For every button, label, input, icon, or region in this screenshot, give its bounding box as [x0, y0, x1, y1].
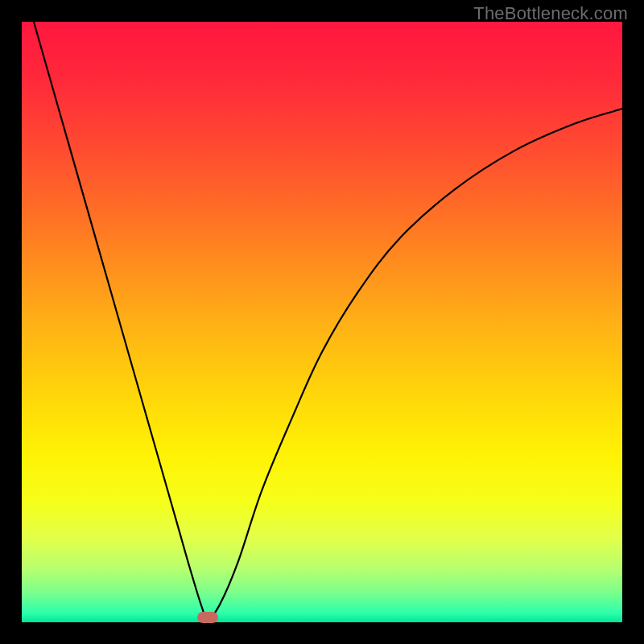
chart-background — [22, 22, 622, 622]
watermark-text: TheBottleneck.com — [473, 3, 628, 24]
chart-frame — [22, 22, 622, 622]
optimal-point-marker — [197, 612, 218, 623]
chart-plot — [22, 22, 622, 622]
